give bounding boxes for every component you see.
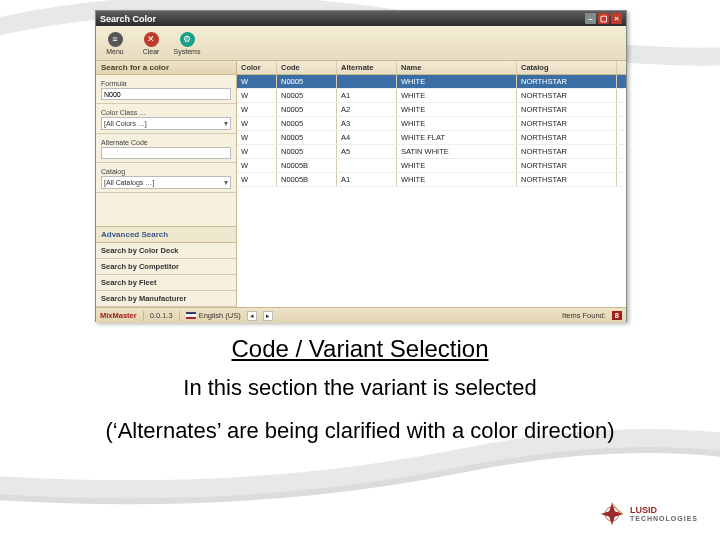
cell-name: WHITE [397,89,517,102]
cell-code: N0005B [277,173,337,186]
search-header: Search for a color [96,61,236,75]
status-bar: MixMaster 0.0.1.3 English (US) ◂ ▸ Items… [96,307,626,323]
maximize-button[interactable]: ▢ [598,13,609,24]
catalog-value: [All Catalogs …] [104,179,154,186]
cell-color: W [237,173,277,186]
clear-label: Clear [143,48,160,55]
table-row[interactable]: WN0005A1WHITENORTHSTAR [237,89,626,103]
lang-prev-button[interactable]: ◂ [247,311,257,321]
catalog-label: Catalog [101,168,231,175]
cell-name: WHITE [397,75,517,88]
cell-color: W [237,89,277,102]
cell-catalog: NORTHSTAR [517,145,617,158]
colorclass-label: Color Class … [101,109,231,116]
catalog-select[interactable]: [All Catalogs …] ▾ [101,176,231,189]
logo: LUSID TECHNOLOGIES [598,496,708,532]
cell-code: N0005 [277,117,337,130]
status-version: 0.0.1.3 [150,311,173,320]
status-language: English (US) [186,311,241,320]
cell-color: W [237,75,277,88]
results-panel: Color Code Alternate Name Catalog WN0005… [237,61,626,307]
adv-item-manufacturer[interactable]: Search by Manufacturer [96,291,236,307]
cell-code: N0005 [277,75,337,88]
systems-icon: ⚙ [180,32,195,47]
table-row[interactable]: WN0005BA1WHITENORTHSTAR [237,173,626,187]
table-row[interactable]: WN0005A2WHITENORTHSTAR [237,103,626,117]
toolbar: ≡ Menu ✕ Clear ⚙ Systems [96,26,626,61]
cell-catalog: NORTHSTAR [517,117,617,130]
altcode-label: Alternate Code [101,139,231,146]
cell-color: W [237,117,277,130]
status-app: MixMaster [100,311,137,320]
systems-button[interactable]: ⚙ Systems [172,28,202,58]
cell-catalog: NORTHSTAR [517,89,617,102]
systems-label: Systems [174,48,201,55]
window-title: Search Color [100,14,156,24]
items-found-count: 8 [612,311,622,320]
cell-catalog: NORTHSTAR [517,103,617,116]
cell-code: N0005 [277,145,337,158]
caption-title: Code / Variant Selection [0,335,720,363]
cell-alt: A1 [337,89,397,102]
cell-catalog: NORTHSTAR [517,159,617,172]
status-lang-text: English (US) [199,311,241,320]
cell-alt: A2 [337,103,397,116]
cell-catalog: NORTHSTAR [517,131,617,144]
sidebar: Search for a color Formula Color Class …… [96,61,237,307]
items-found-label: Items Found: [562,311,606,320]
table-header: Color Code Alternate Name Catalog [237,61,626,75]
menu-button[interactable]: ≡ Menu [100,28,130,58]
cell-color: W [237,159,277,172]
table-row[interactable]: WN0005A4WHITE FLATNORTHSTAR [237,131,626,145]
menu-label: Menu [106,48,124,55]
col-alternate[interactable]: Alternate [337,61,397,74]
formula-input[interactable] [101,88,231,100]
cell-name: WHITE [397,117,517,130]
table-row[interactable]: WN0005WHITENORTHSTAR [237,75,626,89]
cell-name: WHITE FLAT [397,131,517,144]
col-name[interactable]: Name [397,61,517,74]
table-row[interactable]: WN0005A3WHITENORTHSTAR [237,117,626,131]
cell-code: N0005 [277,103,337,116]
cell-color: W [237,103,277,116]
cell-code: N0005 [277,89,337,102]
col-code[interactable]: Code [277,61,337,74]
chevron-down-icon: ▾ [224,178,228,187]
colorclass-select[interactable]: [All Colors …] ▾ [101,117,231,130]
altcode-input[interactable] [101,147,231,159]
formula-label: Formula [101,80,231,87]
adv-item-colordeck[interactable]: Search by Color Deck [96,243,236,259]
cell-catalog: NORTHSTAR [517,173,617,186]
table-body: WN0005WHITENORTHSTARWN0005A1WHITENORTHST… [237,75,626,187]
minimize-button[interactable]: – [585,13,596,24]
table-row[interactable]: WN0005BWHITENORTHSTAR [237,159,626,173]
lang-next-button[interactable]: ▸ [263,311,273,321]
colorclass-value: [All Colors …] [104,120,147,127]
cell-alt: A5 [337,145,397,158]
clear-button[interactable]: ✕ Clear [136,28,166,58]
menu-icon: ≡ [108,32,123,47]
cell-color: W [237,131,277,144]
cell-name: WHITE [397,103,517,116]
cell-name: WHITE [397,159,517,172]
adv-item-fleet[interactable]: Search by Fleet [96,275,236,291]
cell-code: N0005 [277,131,337,144]
cell-color: W [237,145,277,158]
col-color[interactable]: Color [237,61,277,74]
adv-item-competitor[interactable]: Search by Competitor [96,259,236,275]
col-catalog[interactable]: Catalog [517,61,617,74]
star-icon [598,500,626,528]
flag-icon [186,312,196,319]
cell-alt: A3 [337,117,397,130]
cell-alt: A4 [337,131,397,144]
cell-alt [337,75,397,88]
table-row[interactable]: WN0005A5SATIN WHITENORTHSTAR [237,145,626,159]
app-window: Search Color – ▢ × ≡ Menu ✕ Clear ⚙ Syst… [95,10,627,322]
cell-alt: A1 [337,173,397,186]
logo-text-1: LUSID [630,506,698,515]
caption-line2: In this section the variant is selected [0,375,720,401]
caption-line3: (‘Alternates’ are being clarified with a… [0,418,720,444]
chevron-down-icon: ▾ [224,119,228,128]
cell-name: WHITE [397,173,517,186]
close-button[interactable]: × [611,13,622,24]
